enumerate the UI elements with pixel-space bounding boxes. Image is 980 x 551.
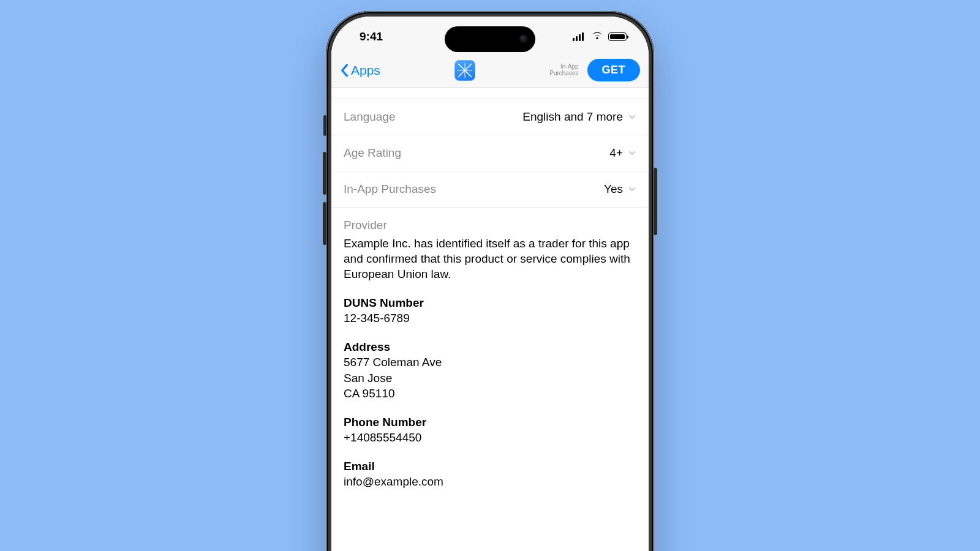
field-label: Phone Number: [344, 414, 636, 430]
dynamic-island: [445, 26, 535, 52]
app-detail-content: Language English and 7 more Age Rating 4…: [331, 99, 649, 489]
field-value: +14085554450: [344, 430, 636, 445]
phone-frame: 9:41 Apps In-App Purchases: [326, 11, 654, 551]
provider-label: Provider: [344, 219, 636, 232]
field-value: 5677 Coleman Ave San Jose CA 95110: [344, 354, 636, 400]
screen: 9:41 Apps In-App Purchases: [331, 17, 649, 551]
chevron-down-icon: [628, 185, 636, 193]
row-language[interactable]: Language English and 7 more: [331, 99, 649, 135]
field-phone: Phone Number +14085554450: [331, 414, 649, 445]
power-button[interactable]: [654, 168, 657, 235]
app-icon[interactable]: [454, 60, 475, 81]
wifi-icon: [591, 30, 603, 43]
nav-bar: Apps In-App Purchases GET: [331, 53, 649, 88]
in-app-purchases-note: In-App Purchases: [549, 64, 578, 77]
chevron-left-icon: [340, 64, 349, 77]
get-button[interactable]: GET: [587, 59, 641, 81]
row-age-rating[interactable]: Age Rating 4+: [331, 135, 649, 171]
provider-section: Provider Example Inc. has identified its…: [331, 208, 649, 282]
row-label: Language: [344, 110, 396, 124]
row-label: Age Rating: [344, 146, 401, 160]
row-value: 4+: [609, 146, 623, 160]
field-label: Address: [344, 339, 636, 354]
provider-text: Example Inc. has identified itself as a …: [344, 236, 636, 282]
field-email: Email info@example.com: [331, 459, 649, 489]
field-label: DUNS Number: [344, 295, 636, 310]
chevron-down-icon: [628, 149, 636, 157]
chevron-down-icon: [628, 113, 636, 121]
row-value: English and 7 more: [522, 110, 623, 124]
status-time: 9:41: [360, 30, 383, 43]
field-label: Email: [344, 459, 636, 474]
cellular-signal-icon: [573, 32, 586, 41]
volume-down-button[interactable]: [323, 202, 326, 245]
row-value: Yes: [604, 182, 623, 196]
field-value: info@example.com: [344, 474, 636, 489]
back-button[interactable]: Apps: [340, 63, 380, 78]
row-in-app-purchases[interactable]: In-App Purchases Yes: [331, 171, 649, 208]
volume-up-button[interactable]: [323, 152, 326, 195]
back-label: Apps: [351, 63, 380, 78]
field-duns: DUNS Number 12-345-6789: [331, 295, 649, 326]
mute-switch[interactable]: [323, 115, 326, 136]
field-address: Address 5677 Coleman Ave San Jose CA 951…: [331, 339, 649, 400]
row-label: In-App Purchases: [344, 182, 436, 196]
battery-icon: [608, 32, 627, 41]
field-value: 12-345-6789: [344, 310, 636, 326]
